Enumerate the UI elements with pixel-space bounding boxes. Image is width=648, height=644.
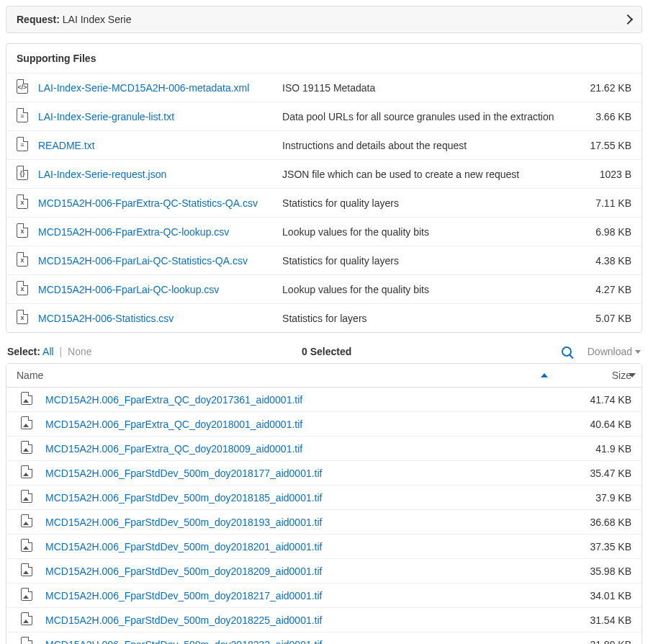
row-name-cell: MCD15A2H.006_FparStdDev_500m_doy2018201_… <box>35 535 555 559</box>
image-file-icon <box>21 490 32 503</box>
supporting-file-link[interactable]: LAI-Index-Serie-MCD15A2H-006-metadata.xm… <box>38 82 249 94</box>
row-size-cell: 34.01 KB <box>555 583 642 608</box>
table-row[interactable]: MCD15A2H.006_FparStdDev_500m_doy2018185_… <box>6 486 642 510</box>
file-type-icon-cell: {} <box>6 160 28 189</box>
table-row[interactable]: MCD15A2H.006_FparExtra_QC_doy2018001_aid… <box>6 412 642 437</box>
supporting-file-link[interactable]: LAI-Index-Serie-request.json <box>38 169 166 180</box>
row-name-cell: MCD15A2H.006_FparStdDev_500m_doy2018193_… <box>35 510 555 535</box>
file-name-cell: LAI-Index-Serie-MCD15A2H-006-metadata.xm… <box>28 73 272 102</box>
row-size-cell: 35.98 KB <box>555 559 642 583</box>
file-name-cell: MCD15A2H-006-FparExtra-QC-lookup.csv <box>28 218 272 246</box>
supporting-files-heading: Supporting Files <box>6 44 642 73</box>
data-file-link[interactable]: MCD15A2H.006_FparExtra_QC_doy2018009_aid… <box>45 443 302 455</box>
table-row[interactable]: MCD15A2H.006_FparStdDev_500m_doy2018201_… <box>6 535 642 559</box>
supporting-file-row: </>LAI-Index-Serie-MCD15A2H-006-metadata… <box>6 73 642 102</box>
row-name-cell: MCD15A2H.006_FparStdDev_500m_doy2018177_… <box>35 461 555 486</box>
data-file-link[interactable]: MCD15A2H.006_FparStdDev_500m_doy2018185_… <box>45 492 322 504</box>
table-row[interactable]: MCD15A2H.006_FparStdDev_500m_doy2018225_… <box>6 608 642 632</box>
row-icon-cell <box>6 535 35 559</box>
data-file-link[interactable]: MCD15A2H.006_FparStdDev_500m_doy2018217_… <box>45 590 322 601</box>
row-icon-cell <box>6 486 35 510</box>
select-none-link[interactable]: None <box>68 346 91 357</box>
row-name-cell: MCD15A2H.006_FparStdDev_500m_doy2018217_… <box>35 583 555 608</box>
supporting-file-link[interactable]: README.txt <box>38 140 95 151</box>
file-size: 17.55 KB <box>570 131 642 160</box>
row-size-cell: 35.47 KB <box>555 461 642 486</box>
file-type-icon-cell: x <box>6 304 28 333</box>
table-row[interactable]: MCD15A2H.006_FparStdDev_500m_doy2018177_… <box>6 461 642 486</box>
row-name-cell: MCD15A2H.006_FparStdDev_500m_doy2018185_… <box>35 486 555 510</box>
row-name-cell: MCD15A2H.006_FparStdDev_500m_doy2018209_… <box>35 559 555 583</box>
row-size-cell: 41.9 KB <box>555 437 642 461</box>
row-name-cell: MCD15A2H.006_FparExtra_QC_doy2017361_aid… <box>35 388 555 412</box>
txt-file-icon: ≡ <box>17 108 28 122</box>
file-type-icon-cell: </> <box>6 73 28 102</box>
supporting-file-row: ≡README.txtInstructions and details abou… <box>6 131 642 160</box>
data-file-link[interactable]: MCD15A2H.006_FparExtra_QC_doy2017361_aid… <box>45 394 302 406</box>
file-description: JSON file which can be used to create a … <box>272 160 570 189</box>
data-file-link[interactable]: MCD15A2H.006_FparStdDev_500m_doy2018233_… <box>45 639 322 645</box>
data-file-link[interactable]: MCD15A2H.006_FparStdDev_500m_doy2018177_… <box>45 468 322 479</box>
table-row[interactable]: MCD15A2H.006_FparStdDev_500m_doy2018209_… <box>6 559 642 583</box>
column-header-name[interactable]: Name <box>6 364 555 388</box>
file-name-cell: README.txt <box>28 131 272 160</box>
file-size: 4.38 KB <box>570 246 642 275</box>
supporting-file-link[interactable]: MCD15A2H-006-FparExtra-QC-Statistics-QA.… <box>38 197 258 209</box>
request-label: Request: <box>17 14 60 25</box>
file-description: Lookup values for the quality bits <box>272 275 570 304</box>
data-table-panel: Name Size MCD15A2H.006_FparExtra_QC_doy2… <box>6 363 642 644</box>
data-file-link[interactable]: MCD15A2H.006_FparStdDev_500m_doy2018201_… <box>45 541 322 553</box>
file-size: 21.62 KB <box>570 73 642 102</box>
download-button[interactable]: Download <box>588 346 641 357</box>
file-size: 4.27 KB <box>570 275 642 304</box>
csv-file-icon: x <box>17 223 28 238</box>
image-file-icon <box>21 392 32 405</box>
data-file-link[interactable]: MCD15A2H.006_FparStdDev_500m_doy2018209_… <box>45 565 322 577</box>
supporting-file-link[interactable]: MCD15A2H-006-FparExtra-QC-lookup.csv <box>38 226 229 238</box>
file-description: Statistics for quality layers <box>272 189 570 218</box>
column-menu-icon <box>629 373 636 377</box>
row-name-cell: MCD15A2H.006_FparStdDev_500m_doy2018225_… <box>35 608 555 632</box>
file-type-icon-cell: ≡ <box>6 131 28 160</box>
data-file-link[interactable]: MCD15A2H.006_FparStdDev_500m_doy2018225_… <box>45 614 322 626</box>
supporting-file-link[interactable]: MCD15A2H-006-Statistics.csv <box>38 313 174 324</box>
supporting-file-row: xMCD15A2H-006-FparLai-QC-Statistics-QA.c… <box>6 246 642 275</box>
file-description: Data pool URLs for all source granules u… <box>272 102 570 131</box>
table-row[interactable]: MCD15A2H.006_FparExtra_QC_doy2017361_aid… <box>6 388 642 412</box>
supporting-file-link[interactable]: MCD15A2H-006-FparLai-QC-lookup.csv <box>38 284 219 295</box>
select-all-link[interactable]: All <box>42 346 54 357</box>
image-file-icon <box>21 612 32 625</box>
supporting-file-link[interactable]: LAI-Index-Serie-granule-list.txt <box>38 111 174 122</box>
supporting-file-link[interactable]: MCD15A2H-006-FparLai-QC-Statistics-QA.cs… <box>38 255 248 267</box>
download-label: Download <box>588 346 632 357</box>
file-description: Lookup values for the quality bits <box>272 218 570 246</box>
sort-ascending-icon <box>541 373 548 377</box>
file-type-icon-cell: x <box>6 275 28 304</box>
table-row[interactable]: MCD15A2H.006_FparExtra_QC_doy2018009_aid… <box>6 437 642 461</box>
row-icon-cell <box>6 461 35 486</box>
supporting-file-row: {}LAI-Index-Serie-request.jsonJSON file … <box>6 160 642 189</box>
image-file-icon <box>21 563 32 576</box>
table-row[interactable]: MCD15A2H.006_FparStdDev_500m_doy2018193_… <box>6 510 642 535</box>
file-name-cell: MCD15A2H-006-FparLai-QC-lookup.csv <box>28 275 272 304</box>
supporting-file-row: xMCD15A2H-006-FparLai-QC-lookup.csvLooku… <box>6 275 642 304</box>
row-icon-cell <box>6 388 35 412</box>
data-file-link[interactable]: MCD15A2H.006_FparExtra_QC_doy2018001_aid… <box>45 419 302 430</box>
row-size-cell: 37.9 KB <box>555 486 642 510</box>
request-name: LAI Index Serie <box>63 14 132 25</box>
supporting-file-row: xMCD15A2H-006-Statistics.csvStatistics f… <box>6 304 642 333</box>
column-header-size[interactable]: Size <box>555 364 642 388</box>
data-table: Name Size MCD15A2H.006_FparExtra_QC_doy2… <box>6 364 642 644</box>
search-icon[interactable] <box>562 346 572 357</box>
select-group: Select: All | None <box>7 346 92 357</box>
supporting-files-table: </>LAI-Index-Serie-MCD15A2H-006-metadata… <box>6 73 642 332</box>
table-row[interactable]: MCD15A2H.006_FparStdDev_500m_doy2018233_… <box>6 632 642 645</box>
table-row[interactable]: MCD15A2H.006_FparStdDev_500m_doy2018217_… <box>6 583 642 608</box>
data-file-link[interactable]: MCD15A2H.006_FparStdDev_500m_doy2018193_… <box>45 516 322 528</box>
file-description: Statistics for quality layers <box>272 246 570 275</box>
file-name-cell: LAI-Index-Serie-granule-list.txt <box>28 102 272 131</box>
row-icon-cell <box>6 412 35 437</box>
file-name-cell: MCD15A2H-006-Statistics.csv <box>28 304 272 333</box>
txt-file-icon: ≡ <box>17 137 28 151</box>
request-header[interactable]: Request: LAI Index Serie <box>6 6 642 33</box>
